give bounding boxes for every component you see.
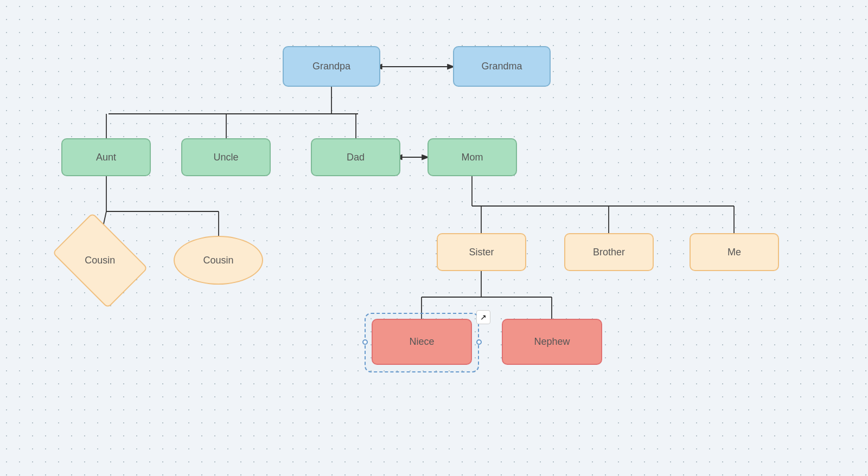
handle-right[interactable] <box>476 339 482 345</box>
sister-node[interactable]: Sister <box>437 233 526 271</box>
cousin2-node[interactable]: Cousin <box>174 236 263 285</box>
handle-left[interactable] <box>362 339 368 345</box>
me-label: Me <box>727 247 741 258</box>
grandma-node[interactable]: Grandma <box>453 46 551 87</box>
me-node[interactable]: Me <box>690 233 779 271</box>
aunt-node[interactable]: Aunt <box>61 138 151 176</box>
brother-node[interactable]: Brother <box>564 233 654 271</box>
aunt-label: Aunt <box>96 152 116 163</box>
mom-node[interactable]: Mom <box>427 138 517 176</box>
mom-label: Mom <box>462 152 483 163</box>
niece-label: Niece <box>409 336 434 348</box>
grandpa-node[interactable]: Grandpa <box>283 46 380 87</box>
cousin2-label: Cousin <box>203 255 233 266</box>
action-icon: ↗ <box>480 313 487 321</box>
cousin1-node[interactable]: Cousin <box>52 213 148 308</box>
dad-node[interactable]: Dad <box>311 138 400 176</box>
uncle-node[interactable]: Uncle <box>181 138 271 176</box>
uncle-label: Uncle <box>213 152 238 163</box>
nephew-label: Nephew <box>534 336 570 348</box>
dad-label: Dad <box>347 152 365 163</box>
niece-node[interactable]: Niece <box>372 319 472 365</box>
action-button[interactable]: ↗ <box>476 310 490 324</box>
nephew-node[interactable]: Nephew <box>502 319 602 365</box>
grandpa-label: Grandpa <box>312 61 350 72</box>
sister-label: Sister <box>469 247 494 258</box>
cousin1-label: Cousin <box>85 255 115 266</box>
grandma-label: Grandma <box>481 61 522 72</box>
brother-label: Brother <box>593 247 625 258</box>
